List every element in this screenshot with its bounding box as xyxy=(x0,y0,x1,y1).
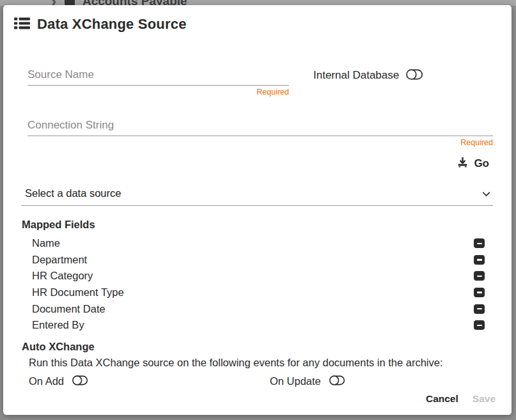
minus-square-icon[interactable] xyxy=(474,320,485,330)
minus-square-icon[interactable] xyxy=(474,288,485,297)
cancel-button[interactable]: Cancel xyxy=(426,393,458,405)
dialog-footer: Cancel Save xyxy=(426,393,496,405)
mapped-field-label: Document Date xyxy=(32,303,106,315)
mapped-field-label: Department xyxy=(32,254,87,266)
dialog-header: Data XChange Source xyxy=(14,16,493,33)
auto-xchange-description: Run this Data XChange source on the foll… xyxy=(21,357,493,369)
source-name-input[interactable] xyxy=(27,67,289,86)
on-update-toggle[interactable] xyxy=(329,375,345,388)
toggle-off-icon xyxy=(329,375,345,388)
go-button-label: Go xyxy=(474,157,489,170)
list-icon xyxy=(14,17,30,32)
go-button[interactable]: Go xyxy=(457,157,489,171)
data-source-select[interactable]: Select a data source xyxy=(21,185,493,206)
mapped-fields-list: Name Department HR Category HR Document … xyxy=(21,235,493,334)
internal-database-label: Internal Database xyxy=(313,69,399,82)
auto-xchange-section: Auto XChange Run this Data XChange sourc… xyxy=(21,341,493,388)
minus-square-icon[interactable] xyxy=(474,304,485,314)
mapped-field-label: HR Document Type xyxy=(32,286,124,299)
mapped-field-label: Entered By xyxy=(32,319,84,331)
data-source-select-value: Select a data source xyxy=(25,187,121,199)
mapped-field-row: Entered By xyxy=(21,317,493,334)
download-icon xyxy=(457,157,468,171)
mapped-field-row: HR Category xyxy=(21,268,493,284)
mapped-field-row: Document Date xyxy=(21,300,493,317)
source-name-required-label: Required xyxy=(21,88,289,97)
mapped-fields-section: Mapped Fields Name Department HR Categor… xyxy=(21,219,493,334)
minus-square-icon[interactable] xyxy=(474,255,485,265)
toggle-off-icon xyxy=(72,375,88,388)
chevron-down-icon xyxy=(482,188,490,199)
dialog-title: Data XChange Source xyxy=(37,16,187,33)
auto-xchange-title: Auto XChange xyxy=(22,341,493,353)
minus-square-icon[interactable] xyxy=(474,271,485,281)
toggle-off-icon xyxy=(405,68,423,82)
mapped-field-label: Name xyxy=(32,237,60,249)
mapped-field-row: HR Document Type xyxy=(21,284,493,301)
connection-string-required-label: Required xyxy=(21,138,493,148)
mapped-field-label: HR Category xyxy=(32,270,93,282)
on-update-label: On Update xyxy=(270,375,321,387)
data-xchange-source-dialog: Data XChange Source Required Internal Da… xyxy=(3,5,512,415)
on-add-label: On Add xyxy=(29,375,64,387)
on-add-toggle[interactable] xyxy=(72,375,88,388)
mapped-field-row: Department xyxy=(21,252,493,268)
connection-string-input[interactable] xyxy=(27,118,493,136)
mapped-field-row: Name xyxy=(21,235,493,252)
internal-database-toggle[interactable] xyxy=(405,68,423,82)
minus-square-icon[interactable] xyxy=(474,238,485,248)
save-button[interactable]: Save xyxy=(473,393,496,405)
mapped-fields-title: Mapped Fields xyxy=(22,219,493,231)
